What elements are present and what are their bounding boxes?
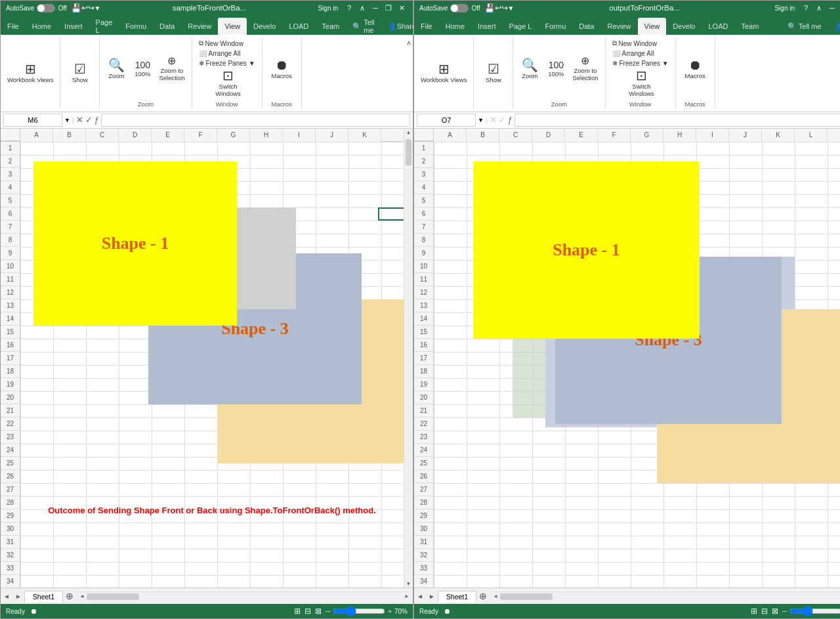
col-I-left[interactable]: I xyxy=(283,129,316,142)
col-C-left[interactable]: C xyxy=(86,129,119,142)
switch-windows-btn-right[interactable]: ⊡ SwitchWindows xyxy=(626,68,657,99)
page-break-icon[interactable]: ⊠ xyxy=(314,606,323,616)
corner-cell-left[interactable] xyxy=(1,129,20,141)
help-icon[interactable]: ? xyxy=(343,3,355,13)
row-33-right[interactable]: 33 xyxy=(414,562,433,575)
row-17-right[interactable]: 17 xyxy=(414,352,433,365)
row-31-left[interactable]: 31 xyxy=(1,536,20,549)
tab-formu-right[interactable]: Formu xyxy=(538,18,572,35)
col-H-right[interactable]: H xyxy=(663,129,696,142)
redo-icon[interactable]: ↪ xyxy=(88,3,94,12)
ribbon-collapse-icon[interactable]: ∧ xyxy=(356,3,368,13)
col-G-left[interactable]: G xyxy=(217,129,250,142)
confirm-formula-left[interactable]: ✓ xyxy=(85,115,93,125)
tab-file-left[interactable]: File xyxy=(1,18,26,35)
row-30-right[interactable]: 30 xyxy=(414,523,433,536)
tell-me-left[interactable]: 🔍Tell me xyxy=(346,18,381,35)
minimize-icon-right[interactable]: ─ xyxy=(826,3,838,13)
row-22-left[interactable]: 22 xyxy=(1,417,20,431)
col-B-left[interactable]: B xyxy=(53,129,86,142)
name-box-dropdown-right[interactable]: ▼ xyxy=(478,117,484,123)
tell-me-right[interactable]: 🔍Tell me xyxy=(781,18,828,35)
col-L-right[interactable]: L xyxy=(795,129,828,142)
help-icon-right[interactable]: ? xyxy=(800,3,812,13)
row-3-right[interactable]: 3 xyxy=(414,168,433,181)
tab-load-left[interactable]: LOAD xyxy=(282,18,315,35)
row-9-right[interactable]: 9 xyxy=(414,247,433,260)
show-btn-left[interactable]: ☑ Show xyxy=(68,61,93,85)
workbook-views-btn-right[interactable]: ⊞ Workbook Views xyxy=(418,61,469,85)
tab-home-left[interactable]: Home xyxy=(26,18,58,35)
col-D-right[interactable]: D xyxy=(532,129,565,142)
ribbon-collapse-icon-right[interactable]: ∧ xyxy=(813,3,825,13)
sheet1-tab-left[interactable]: Sheet1 xyxy=(24,591,63,603)
zoom-plus-left[interactable]: + xyxy=(388,608,392,615)
left-name-box[interactable] xyxy=(3,114,62,127)
tab-team-left[interactable]: Team xyxy=(315,18,346,35)
row-4-left[interactable]: 4 xyxy=(1,181,20,194)
redo-icon-right[interactable]: ↪ xyxy=(501,3,508,12)
autosave-toggle-right[interactable] xyxy=(450,4,469,12)
ribbon-collapse-arrow-left[interactable]: ∧ xyxy=(406,39,411,47)
row-34-left[interactable]: 34 xyxy=(1,575,20,587)
col-E-right[interactable]: E xyxy=(565,129,598,142)
row-32-left[interactable]: 32 xyxy=(1,549,20,562)
row-15-right[interactable]: 15 xyxy=(414,326,433,339)
row-12-right[interactable]: 12 xyxy=(414,286,433,299)
sign-in-right[interactable]: Sign in xyxy=(774,5,795,12)
row-16-left[interactable]: 16 xyxy=(1,339,20,352)
left-scrollbar-v[interactable]: ▲ ▼ xyxy=(404,129,413,587)
tab-data-right[interactable]: Data xyxy=(572,18,600,35)
row-8-left[interactable]: 8 xyxy=(1,234,20,247)
row-2-left[interactable]: 2 xyxy=(1,155,20,168)
page-layout-icon-right[interactable]: ⊟ xyxy=(760,606,769,616)
cancel-formula-right[interactable]: ✕ xyxy=(490,115,497,125)
col-K-left[interactable]: K xyxy=(348,129,381,142)
right-cells-area[interactable]: Shape - 3 - 4 Shape - 1 xyxy=(434,142,840,587)
tab-view-right[interactable]: View xyxy=(638,18,667,35)
row-3-left[interactable]: 3 xyxy=(1,168,20,181)
row-13-right[interactable]: 13 xyxy=(414,299,433,312)
row-27-left[interactable]: 27 xyxy=(1,483,20,496)
corner-cell-right[interactable] xyxy=(414,129,434,141)
row-11-left[interactable]: 11 xyxy=(1,273,20,286)
tab-page-left[interactable]: Page L xyxy=(89,18,119,35)
switch-windows-btn-left[interactable]: ⊡ Switch Windows xyxy=(213,68,243,99)
add-sheet-right[interactable]: ⊕ xyxy=(476,591,490,601)
tab-next-right[interactable]: ► xyxy=(426,591,438,601)
row-12-left[interactable]: 12 xyxy=(1,286,20,299)
zoom-btn-left[interactable]: 🔍 Zoom xyxy=(104,57,129,81)
tab-home-right[interactable]: Home xyxy=(439,18,471,35)
normal-view-icon[interactable]: ⊞ xyxy=(293,606,302,616)
save-icon[interactable]: 💾 xyxy=(71,3,81,13)
col-C-right[interactable]: C xyxy=(499,129,532,142)
row-24-left[interactable]: 24 xyxy=(1,444,20,457)
tab-review-right[interactable]: Review xyxy=(601,18,638,35)
page-layout-icon[interactable]: ⊟ xyxy=(303,606,312,616)
tab-develo-right[interactable]: Develo xyxy=(666,18,702,35)
tab-data-left[interactable]: Data xyxy=(153,18,181,35)
scroll-right-left[interactable]: ► xyxy=(404,593,410,600)
freeze-panes-btn-right[interactable]: ❄ Freeze Panes ▼ xyxy=(610,59,671,68)
row-5-right[interactable]: 5 xyxy=(414,194,433,207)
row-26-left[interactable]: 26 xyxy=(1,470,20,483)
sheet1-tab-right[interactable]: Sheet1 xyxy=(438,591,476,603)
arrange-all-btn-right[interactable]: ⬜ Arrange All xyxy=(610,49,657,58)
share-right[interactable]: 👤 Share xyxy=(828,18,840,35)
row-20-right[interactable]: 20 xyxy=(414,391,433,404)
restore-icon[interactable]: ❐ xyxy=(383,3,394,13)
left-formula-input[interactable] xyxy=(101,114,410,127)
cancel-formula-left[interactable]: ✕ xyxy=(76,115,83,125)
insert-function-right[interactable]: ƒ xyxy=(508,115,513,125)
row-6-right[interactable]: 6 xyxy=(414,207,433,221)
tab-develo-left[interactable]: Develo xyxy=(247,18,282,35)
col-J-right[interactable]: J xyxy=(729,129,762,142)
col-J-left[interactable]: J xyxy=(316,129,348,142)
row-28-right[interactable]: 28 xyxy=(414,496,433,509)
add-sheet-left[interactable]: ⊕ xyxy=(63,591,76,601)
row-17-left[interactable]: 17 xyxy=(1,352,20,365)
col-K-right[interactable]: K xyxy=(762,129,795,142)
row-34-right[interactable]: 34 xyxy=(414,575,433,587)
row-11-right[interactable]: 11 xyxy=(414,273,433,286)
right-formula-input[interactable] xyxy=(514,114,840,127)
